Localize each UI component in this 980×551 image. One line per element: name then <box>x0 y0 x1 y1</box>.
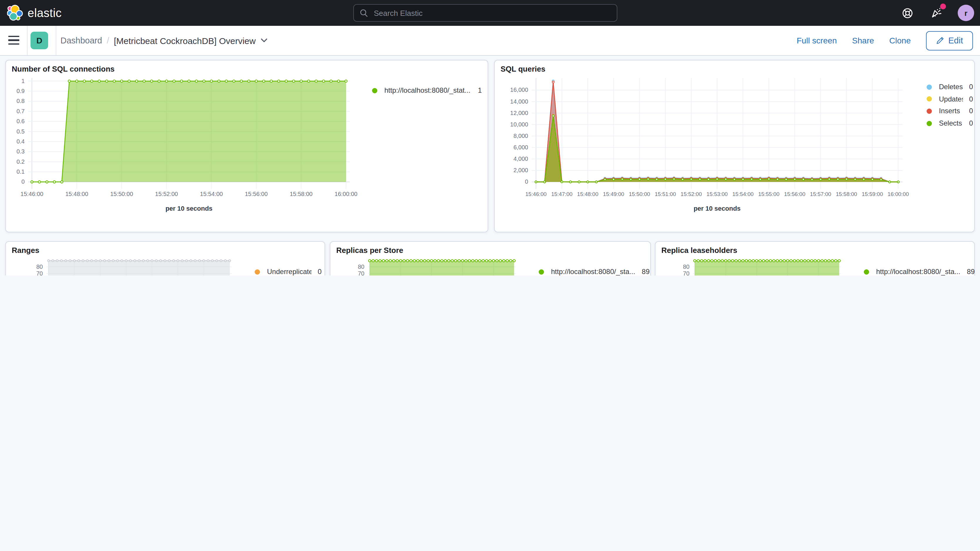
legend-label: Underreplicated <box>267 268 312 276</box>
legend-item[interactable]: Updates0 <box>927 95 973 103</box>
legend-label: http://localhost:8080/_stat... <box>384 86 472 94</box>
pencil-icon <box>936 37 944 45</box>
x-tick-label: 16:00:00 <box>334 191 357 197</box>
life-ring-icon <box>901 7 913 19</box>
legend-item[interactable]: http://localhost:8080/_sta...89 <box>539 268 650 276</box>
search-input[interactable] <box>372 8 617 18</box>
y-tick-label: 14,000 <box>510 98 528 105</box>
panel-replicas-per-store: Replicas per Store15:46:0015:49:0015:52:… <box>330 241 651 276</box>
news-button[interactable] <box>928 5 945 21</box>
legend-item[interactable]: Inserts0 <box>927 107 973 115</box>
legend-value: 1 <box>478 86 482 94</box>
y-tick-label: 12,000 <box>510 110 528 116</box>
user-avatar[interactable]: r <box>958 5 974 21</box>
axis-title: per 10 seconds <box>142 205 236 212</box>
menu-button[interactable] <box>8 36 19 45</box>
share-button[interactable]: Share <box>852 36 874 45</box>
logo-text: elastic <box>27 6 62 20</box>
x-tick-label: 15:51:00 <box>655 191 676 197</box>
legend-dot-icon <box>864 269 869 274</box>
y-tick-label: 80 <box>683 263 689 270</box>
x-tick-label: 15:58:00 <box>836 191 857 197</box>
legend-item[interactable]: http://localhost:8080/_sta...89 <box>864 268 975 276</box>
y-tick-label: 0.5 <box>16 128 25 135</box>
legend-dot-icon <box>927 108 932 114</box>
legend-label: Inserts <box>939 107 963 115</box>
y-tick-label: 0.3 <box>16 148 25 154</box>
panel-ranges: Ranges15:46:0015:48:0015:50:0015:52:0015… <box>5 241 325 276</box>
legend-label: http://localhost:8080/_sta... <box>876 268 961 276</box>
legend-label: Deletes <box>939 83 963 91</box>
legend-item[interactable]: Underreplicated0 <box>255 268 321 276</box>
y-tick-label: 16,000 <box>510 86 528 93</box>
search-icon <box>360 9 368 17</box>
y-tick-label: 80 <box>37 263 43 270</box>
divider <box>56 26 56 55</box>
legend-label: Updates <box>939 95 963 103</box>
legend-value: 0 <box>969 83 973 91</box>
y-tick-label: 0.1 <box>16 169 25 175</box>
legend-value: 0 <box>969 95 973 103</box>
x-tick-label: 15:52:00 <box>681 191 702 197</box>
axis-title: per 10 seconds <box>670 205 764 212</box>
y-tick-label: 8,000 <box>514 133 528 139</box>
y-tick-label: 0.9 <box>16 88 25 94</box>
header-actions: r <box>899 0 974 26</box>
full-screen-button[interactable]: Full screen <box>797 36 837 45</box>
y-tick-label: 0 <box>21 178 25 185</box>
x-tick-label: 15:53:00 <box>706 191 728 197</box>
x-tick-label: 15:54:00 <box>200 191 223 197</box>
x-tick-label: 15:49:00 <box>603 191 624 197</box>
legend-item[interactable]: http://localhost:8080/_stat...1 <box>372 86 482 94</box>
elastic-logo[interactable]: elastic <box>7 5 62 21</box>
divider <box>27 26 27 55</box>
y-tick-label: 1 <box>21 78 25 84</box>
legend-label: http://localhost:8080/_sta... <box>551 268 636 276</box>
top-header: elastic <box>0 0 980 26</box>
help-button[interactable] <box>899 5 915 21</box>
legend-label: Selects <box>939 119 963 127</box>
panel-replica-leaseholders: Replica leaseholders15:46:0015:49:0015:5… <box>655 241 975 276</box>
legend-dot-icon <box>372 88 377 93</box>
global-search[interactable] <box>353 4 617 22</box>
x-tick-label: 15:59:00 <box>862 191 883 197</box>
legend-value: 0 <box>969 119 973 127</box>
breadcrumb: Dashboard / [Metricbeat CockroachDB] Ove… <box>60 26 267 55</box>
space-badge[interactable]: D <box>30 32 48 49</box>
y-tick-label: 0.7 <box>16 108 25 115</box>
x-tick-label: 15:46:00 <box>21 191 43 197</box>
panel-sql-queries: SQL queries15:46:0015:47:0015:48:0015:49… <box>494 60 975 233</box>
y-tick-label: 0.8 <box>16 98 25 104</box>
y-tick-label: 70 <box>683 270 689 276</box>
x-tick-label: 15:52:00 <box>155 191 178 197</box>
x-tick-label: 15:47:00 <box>551 191 573 197</box>
edit-button[interactable]: Edit <box>926 31 973 50</box>
breadcrumb-dashboard[interactable]: Dashboard <box>60 36 102 45</box>
legend-dot-icon <box>927 121 932 126</box>
x-tick-label: 15:55:00 <box>758 191 779 197</box>
chevron-down-icon[interactable] <box>260 38 267 43</box>
y-tick-label: 70 <box>37 270 43 276</box>
y-tick-label: 80 <box>358 263 364 270</box>
x-tick-label: 15:56:00 <box>784 191 805 197</box>
y-tick-label: 2,000 <box>514 167 528 174</box>
legend-item[interactable]: Selects0 <box>927 119 973 127</box>
y-tick-label: 0.4 <box>16 138 25 145</box>
x-tick-label: 15:57:00 <box>810 191 831 197</box>
x-tick-label: 15:56:00 <box>245 191 267 197</box>
legend-dot-icon <box>539 269 544 274</box>
x-tick-label: 15:50:00 <box>629 191 650 197</box>
legend-value: 0 <box>969 107 973 115</box>
dashboard-toolbar: D Dashboard / [Metricbeat CockroachDB] O… <box>0 26 980 56</box>
x-tick-label: 16:00:00 <box>888 191 909 197</box>
y-tick-label: 10,000 <box>510 121 528 127</box>
clone-button[interactable]: Clone <box>889 36 911 45</box>
breadcrumb-separator: / <box>107 36 109 45</box>
x-tick-label: 15:48:00 <box>65 191 88 197</box>
legend-value: 0 <box>318 268 321 276</box>
toolbar-actions: Full screen Share Clone Edit <box>797 26 973 55</box>
legend-value: 89 <box>642 268 650 276</box>
x-tick-label: 15:48:00 <box>577 191 598 197</box>
kibana-app: elastic <box>0 0 980 276</box>
legend-item[interactable]: Deletes0 <box>927 83 973 91</box>
